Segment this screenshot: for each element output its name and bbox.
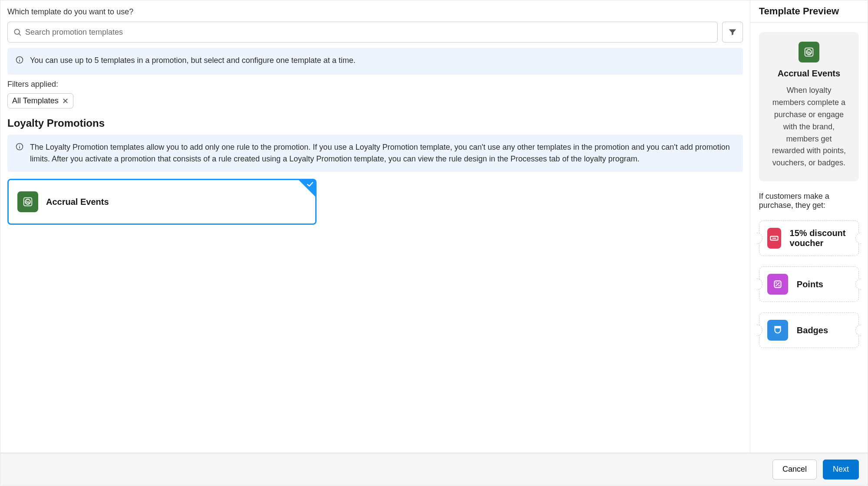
info-banner-limit: You can use up to 5 templates in a promo… bbox=[7, 48, 743, 75]
template-preview-pane: Template Preview % Accrual Events When l… bbox=[750, 0, 868, 453]
filter-chip-label: All Templates bbox=[12, 96, 59, 105]
svg-text:%: % bbox=[807, 50, 811, 55]
svg-rect-20 bbox=[775, 327, 780, 328]
reward-card-badges: Badges bbox=[759, 312, 859, 348]
question-label: Which template do you want to use? bbox=[7, 7, 743, 16]
filters-applied-label: Filters applied: bbox=[7, 80, 743, 89]
info-banner-loyalty: The Loyalty Promotion templates allow yo… bbox=[7, 135, 743, 172]
svg-point-17 bbox=[776, 282, 777, 283]
selected-check-icon bbox=[306, 181, 314, 190]
template-selection-pane: Which template do you want to use? bbox=[0, 0, 750, 453]
preview-sub-label: If customers make a purchase, they get: bbox=[759, 192, 859, 210]
reward-title: Points bbox=[797, 279, 823, 289]
search-input[interactable] bbox=[25, 28, 712, 37]
preview-summary-card: % Accrual Events When loyalty members co… bbox=[759, 32, 859, 181]
remove-chip-icon[interactable]: ✕ bbox=[62, 97, 69, 105]
svg-point-4 bbox=[19, 58, 20, 59]
accrual-events-icon: % bbox=[799, 42, 819, 62]
info-icon bbox=[15, 56, 24, 68]
svg-line-1 bbox=[19, 34, 21, 36]
svg-point-7 bbox=[19, 144, 20, 145]
info-banner-text: The Loyalty Promotion templates allow yo… bbox=[30, 141, 735, 165]
voucher-icon bbox=[767, 228, 781, 249]
footer-bar: Cancel Next bbox=[0, 453, 868, 486]
cancel-button[interactable]: Cancel bbox=[772, 460, 817, 479]
reward-card-voucher: 15% discount voucher bbox=[759, 220, 859, 256]
badges-icon bbox=[767, 320, 788, 341]
search-box[interactable] bbox=[7, 22, 718, 43]
filter-chip-all-templates[interactable]: All Templates ✕ bbox=[7, 93, 73, 108]
section-heading-loyalty: Loyalty Promotions bbox=[7, 117, 743, 129]
filter-icon bbox=[728, 27, 737, 37]
reward-title: 15% discount voucher bbox=[790, 228, 851, 248]
svg-rect-15 bbox=[772, 238, 776, 239]
preview-title: Accrual Events bbox=[778, 69, 841, 79]
next-button[interactable]: Next bbox=[823, 460, 859, 479]
reward-card-points: Points bbox=[759, 266, 859, 302]
search-icon bbox=[13, 28, 22, 36]
filter-button[interactable] bbox=[722, 22, 743, 43]
preview-header: Template Preview bbox=[750, 0, 868, 23]
info-banner-text: You can use up to 5 templates in a promo… bbox=[30, 55, 356, 66]
svg-point-18 bbox=[778, 285, 779, 286]
template-card-title: Accrual Events bbox=[46, 197, 109, 207]
template-card-accrual-events[interactable]: % Accrual Events bbox=[7, 179, 317, 225]
accrual-events-icon: % bbox=[17, 191, 38, 212]
preview-description: When loyalty members complete a purchase… bbox=[769, 85, 848, 169]
reward-title: Badges bbox=[797, 325, 828, 335]
points-icon bbox=[767, 274, 788, 295]
search-row bbox=[7, 22, 743, 43]
rewards-list: 15% discount voucher Points bbox=[759, 220, 859, 348]
filter-chips: All Templates ✕ bbox=[7, 93, 743, 108]
info-icon bbox=[15, 142, 24, 154]
svg-text:%: % bbox=[26, 200, 30, 204]
template-grid: % Accrual Events bbox=[7, 179, 743, 225]
